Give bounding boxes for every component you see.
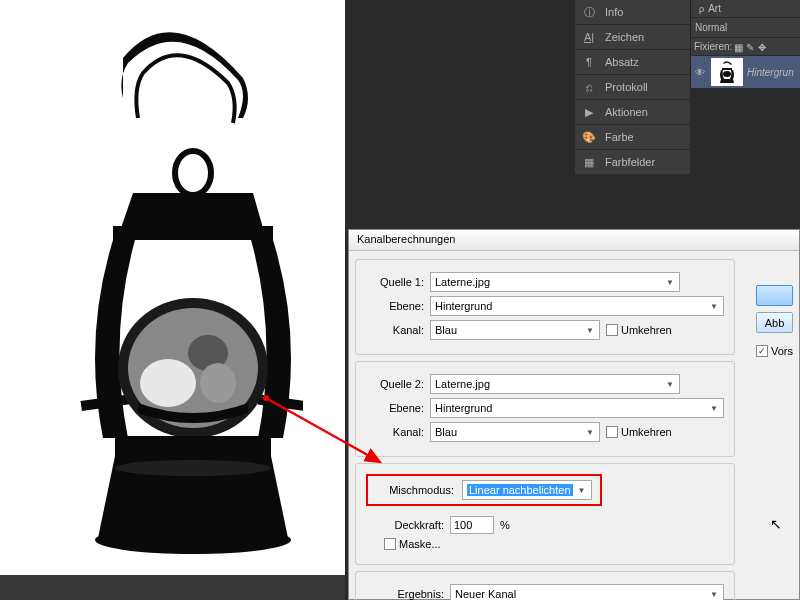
chevron-down-icon: ▼ xyxy=(663,377,677,391)
panel-label: Zeichen xyxy=(605,31,644,43)
ok-button[interactable] xyxy=(756,285,793,306)
dialog-title: Kanalberechnungen xyxy=(357,233,455,245)
opacity-unit: % xyxy=(500,519,510,531)
lock-transparent-icon[interactable]: ▦ xyxy=(734,42,744,52)
calculations-dialog: Kanalberechnungen Abb ✓Vors Quelle 1:Lat… xyxy=(348,229,800,600)
layer-row-background[interactable]: 👁 Hintergrun xyxy=(691,56,800,89)
panel-farbe[interactable]: 🎨Farbe xyxy=(575,125,690,150)
panel-label: Absatz xyxy=(605,56,639,68)
filter-label: Art xyxy=(708,3,721,14)
mask-checkbox[interactable]: Maske... xyxy=(384,538,441,550)
source2-label: Quelle 2: xyxy=(366,378,424,390)
character-icon: A| xyxy=(581,31,597,43)
svg-rect-9 xyxy=(115,436,271,456)
visibility-icon[interactable]: 👁 xyxy=(693,67,707,78)
chevron-down-icon: ▼ xyxy=(707,587,721,600)
actions-icon: ▶ xyxy=(581,106,597,119)
invert2-label: Umkehren xyxy=(621,426,672,438)
source1-channel-combo[interactable]: Blau▼ xyxy=(430,320,600,340)
panel-label: Protokoll xyxy=(605,81,648,93)
panel-label: Info xyxy=(605,6,623,18)
invert1-checkbox[interactable]: Umkehren xyxy=(606,324,672,336)
panel-label: Farbe xyxy=(605,131,634,143)
blend-highlight: Mischmodus: Linear nachbelichten▼ xyxy=(366,474,602,506)
source2-channel-combo[interactable]: Blau▼ xyxy=(430,422,600,442)
invert2-checkbox[interactable]: Umkehren xyxy=(606,426,672,438)
layer-name: Hintergrun xyxy=(747,67,794,78)
chevron-down-icon: ▼ xyxy=(663,275,677,289)
svg-rect-1 xyxy=(113,226,273,240)
preview-label: Vors xyxy=(771,345,793,357)
blend-mode-select[interactable]: Normal xyxy=(691,18,800,38)
panel-label: Farbfelder xyxy=(605,156,655,168)
mask-label: Maske... xyxy=(399,538,441,550)
chevron-down-icon: ▼ xyxy=(583,323,597,337)
panel-label: Aktionen xyxy=(605,106,648,118)
svg-point-8 xyxy=(200,363,236,403)
panel-info[interactable]: ⓘInfo xyxy=(575,0,690,25)
panel-zeichen[interactable]: A|Zeichen xyxy=(575,25,690,50)
layer2-label: Ebene: xyxy=(366,402,424,414)
cancel-button[interactable]: Abb xyxy=(756,312,793,333)
source1-group: Quelle 1:Laterne.jpg▼ Ebene:Hintergrund▼… xyxy=(355,259,735,355)
source1-label: Quelle 1: xyxy=(366,276,424,288)
panel-strip: ⓘInfo A|Zeichen ¶Absatz ⎌Protokoll ▶Akti… xyxy=(575,0,690,175)
chevron-down-icon: ▼ xyxy=(575,483,589,497)
invert1-label: Umkehren xyxy=(621,324,672,336)
source2-layer-combo[interactable]: Hintergrund▼ xyxy=(430,398,724,418)
svg-point-0 xyxy=(175,151,211,195)
dialog-titlebar[interactable]: Kanalberechnungen xyxy=(349,230,799,251)
document-whitebg xyxy=(0,0,345,575)
source2-group: Quelle 2:Laterne.jpg▼ Ebene:Hintergrund▼… xyxy=(355,361,735,457)
color-icon: 🎨 xyxy=(581,131,597,144)
blend-mode-combo[interactable]: Linear nachbelichten▼ xyxy=(462,480,592,500)
opacity-label: Deckkraft: xyxy=(366,519,444,531)
source1-file-combo[interactable]: Laterne.jpg▼ xyxy=(430,272,680,292)
source2-file-combo[interactable]: Laterne.jpg▼ xyxy=(430,374,680,394)
panel-absatz[interactable]: ¶Absatz xyxy=(575,50,690,75)
panel-farbfelder[interactable]: ▦Farbfelder xyxy=(575,150,690,175)
chevron-down-icon: ▼ xyxy=(707,299,721,313)
layer-thumbnail xyxy=(711,58,743,86)
panel-aktionen[interactable]: ▶Aktionen xyxy=(575,100,690,125)
opacity-input[interactable] xyxy=(450,516,494,534)
blending-group: Mischmodus: Linear nachbelichten▼ Deckkr… xyxy=(355,463,735,565)
lantern-image xyxy=(43,18,303,558)
info-icon: ⓘ xyxy=(581,5,597,20)
paragraph-icon: ¶ xyxy=(581,56,597,68)
preview-checkbox[interactable]: ✓Vors xyxy=(756,345,793,357)
history-icon: ⎌ xyxy=(581,81,597,93)
result-label: Ergebnis: xyxy=(366,588,444,600)
mouse-cursor-icon: ↖ xyxy=(770,516,782,532)
chevron-down-icon: ▼ xyxy=(707,401,721,415)
channel1-label: Kanal: xyxy=(366,324,424,336)
layers-filter[interactable]: ρArt xyxy=(691,0,800,18)
swatches-icon: ▦ xyxy=(581,156,597,169)
source1-layer-combo[interactable]: Hintergrund▼ xyxy=(430,296,724,316)
chevron-down-icon: ▼ xyxy=(583,425,597,439)
result-group: Ergebnis:Neuer Kanal▼ xyxy=(355,571,735,600)
lock-row: Fixieren: ▦ ✎ ✥ xyxy=(691,38,800,56)
lock-label: Fixieren: xyxy=(694,41,732,52)
channel2-label: Kanal: xyxy=(366,426,424,438)
result-combo[interactable]: Neuer Kanal▼ xyxy=(450,584,724,600)
lock-brush-icon[interactable]: ✎ xyxy=(746,42,756,52)
blend-label: Mischmodus: xyxy=(376,484,454,496)
document-canvas xyxy=(0,0,345,600)
panel-protokoll[interactable]: ⎌Protokoll xyxy=(575,75,690,100)
lock-move-icon[interactable]: ✥ xyxy=(758,42,768,52)
svg-point-10 xyxy=(95,526,291,554)
svg-point-6 xyxy=(140,359,196,407)
layer1-label: Ebene: xyxy=(366,300,424,312)
svg-point-11 xyxy=(115,460,271,476)
layers-panel: ρArt Normal Fixieren: ▦ ✎ ✥ 👁 Hintergrun xyxy=(690,0,800,89)
